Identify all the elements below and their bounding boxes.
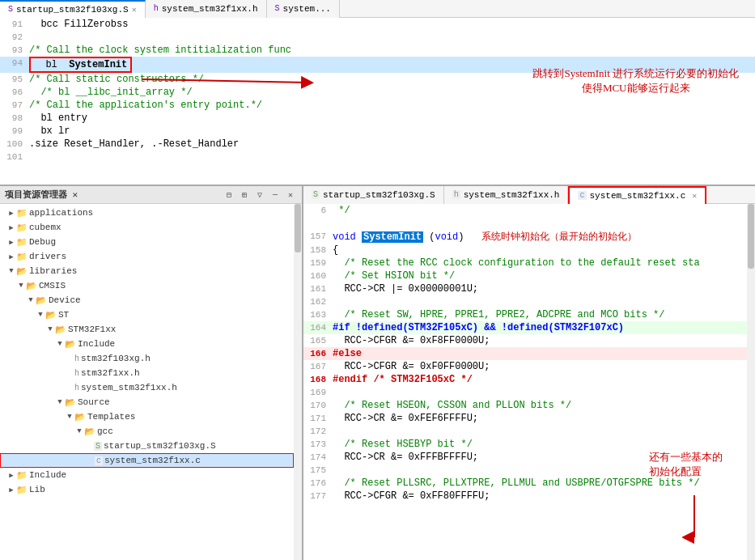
editor-scrollbar-thumb[interactable]	[748, 204, 754, 269]
panel-icon-collapse[interactable]: ⊟	[223, 189, 235, 202]
line-num-b6: 6	[303, 204, 333, 217]
code-line-b166: 166 #else	[303, 347, 755, 360]
tree-label-debug: Debug	[29, 237, 56, 247]
code-line-99: 99 bx lr	[0, 125, 755, 138]
tree-label-source: Source	[78, 397, 110, 407]
tree-label-cubemx: cubemx	[29, 223, 62, 232]
line-num-92: 92	[0, 31, 29, 44]
tree-toggle-drivers[interactable]: ▶	[6, 252, 16, 261]
editor-scrollbar[interactable]	[747, 204, 755, 560]
code-line-93: 93 /* Call the clock system intitializat…	[0, 44, 755, 57]
tree-toggle-source[interactable]: ▼	[55, 398, 65, 406]
tab-startup-s[interactable]: S startup_stm32f103xg.S ✕	[0, 0, 146, 18]
folder-icon-applications: 📁	[16, 208, 28, 218]
tree-item-system-stm32f1xx-h[interactable]: h system_stm32f1xx.h	[0, 380, 294, 395]
tree-item-device[interactable]: ▼ 📂 Device	[0, 293, 294, 308]
tree-item-startup-s[interactable]: S startup_stm32f103xg.S	[0, 439, 294, 453]
panel-icon-close[interactable]: ✕	[284, 189, 297, 202]
folder-icon-cubemx: 📁	[16, 223, 28, 233]
folder-icon-libraries: 📂	[16, 266, 28, 277]
tree-toggle-include[interactable]: ▼	[55, 340, 65, 348]
bottom-tab-bar: S startup_stm32f103xg.S h system_stm32f1…	[303, 186, 755, 204]
panel-icon-expand[interactable]: ⊞	[238, 189, 251, 202]
line-content-99: bx lr	[29, 125, 70, 138]
line-num-95: 95	[0, 73, 29, 86]
line-content-96: /* bl __libc_init_array */	[29, 86, 193, 99]
tree-item-libraries[interactable]: ▼ 📂 libraries	[0, 264, 294, 278]
tree-item-cubemx[interactable]: ▶ 📁 cubemx	[0, 220, 294, 235]
tree-toggle-cmsis[interactable]: ▼	[16, 282, 26, 290]
code-line-98: 98 bl entry	[0, 112, 755, 125]
tree-toggle-cubemx[interactable]: ▶	[6, 223, 16, 232]
tree-item-stm32f1xx-h[interactable]: h stm32f1xx.h	[0, 366, 294, 380]
panel-icon-dash[interactable]: —	[269, 189, 282, 202]
folder-icon-stm32f1xx: 📂	[55, 325, 66, 335]
tree-toggle-lib[interactable]: ▶	[6, 486, 16, 494]
tree-toggle-templates[interactable]: ▼	[65, 413, 74, 421]
tree-item-st[interactable]: ▼ 📂 ST	[0, 308, 294, 322]
file-icon-stm32f1xx-h: h	[74, 369, 79, 378]
project-panel: 项目资源管理器 ✕ ⊟ ⊞ ▽ — ✕ ▶ 📁 applications	[0, 186, 303, 560]
tab-bottom-startup-s[interactable]: S startup_stm32f103xg.S	[303, 186, 444, 204]
tab-system-partial[interactable]: S system...	[267, 0, 340, 18]
file-icon-stm32f103xg-h: h	[74, 354, 79, 363]
line-num-94: 94	[0, 57, 29, 73]
code-line-b169: 169	[303, 386, 755, 399]
line-num-b164: 164	[303, 321, 333, 334]
tree-item-lib[interactable]: ▶ 📁 Lib	[0, 482, 294, 497]
tree-label-applications: applications	[29, 208, 93, 218]
tree-toggle-st[interactable]: ▼	[36, 311, 45, 319]
top-editor: S startup_stm32f103xg.S ✕ h system_stm32…	[0, 0, 755, 186]
code-line-91: 91 bcc FillZerobss	[0, 18, 755, 31]
tab-system-h[interactable]: h system_stm32f1xx.h	[146, 0, 267, 18]
line-num-b161: 161	[303, 282, 333, 295]
tab-bottom-system-c[interactable]: c system_stm32f1xx.c ✕	[568, 186, 706, 204]
tab-startup-s-close[interactable]: ✕	[132, 5, 137, 15]
tree-item-include2[interactable]: ▶ 📁 Include	[0, 468, 294, 482]
tree-toggle-libraries[interactable]: ▼	[6, 267, 16, 275]
tree-toggle-gcc[interactable]: ▼	[74, 427, 84, 435]
top-tab-bar: S startup_stm32f103xg.S ✕ h system_stm32…	[0, 0, 755, 18]
tree-toggle-stm32f1xx[interactable]: ▼	[45, 325, 55, 333]
tree-item-gcc[interactable]: ▼ 📂 gcc	[0, 424, 294, 439]
code-line-101: 101	[0, 151, 755, 163]
tree-item-templates[interactable]: ▼ 📂 Templates	[0, 409, 294, 424]
tree-toggle-include2[interactable]: ▶	[6, 471, 16, 480]
tree-item-applications[interactable]: ▶ 📁 applications	[0, 206, 294, 220]
line-num-99: 99	[0, 125, 29, 138]
tab-bottom-startup-s-label: startup_stm32f103xg.S	[323, 190, 435, 200]
code-line-b161: 161 RCC->CR |= 0x00000001U;	[303, 282, 755, 295]
line-num-98: 98	[0, 112, 29, 125]
tree-label-stm32f103xg-h: stm32f103xg.h	[81, 354, 151, 363]
line-content-b168: #endif /* STM32F105xC */	[333, 373, 473, 386]
tree-scrollbar[interactable]	[294, 204, 302, 560]
tree-item-source[interactable]: ▼ 📂 Source	[0, 395, 294, 409]
line-content-b167: RCC->CFGR &= 0xF0FF0000U;	[333, 360, 490, 373]
tab-bottom-system-c-close[interactable]: ✕	[692, 191, 697, 201]
tree-item-drivers[interactable]: ▶ 📁 drivers	[0, 249, 294, 264]
tree-item-cmsis[interactable]: ▼ 📂 CMSIS	[0, 278, 294, 293]
file-h-icon: h	[154, 4, 159, 13]
panel-icon-minimize[interactable]: ▽	[253, 189, 266, 202]
tree-label-libraries: libraries	[29, 266, 77, 276]
tree-label-cmsis: CMSIS	[39, 281, 66, 291]
tree-area: ▶ 📁 applications ▶ 📁 cubemx ▶ 📁 Debug	[0, 204, 294, 560]
code-line-b172: 172	[303, 425, 755, 438]
line-content-100: .size Reset_Handler, .-Reset_Handler	[29, 138, 239, 151]
tree-scrollbar-thumb[interactable]	[295, 204, 301, 252]
tree-label-system-h: system_stm32f1xx.h	[81, 383, 177, 392]
tree-item-stm32f103xg-h[interactable]: h stm32f103xg.h	[0, 351, 294, 366]
code-line-94: 94 bl SystemInit	[0, 57, 755, 73]
tree-toggle-debug[interactable]: ▶	[6, 238, 16, 247]
tab-bottom-system-h[interactable]: h system_stm32f1xx.h	[444, 186, 569, 204]
tree-item-include[interactable]: ▼ 📂 Include	[0, 337, 294, 351]
tree-label-drivers: drivers	[29, 252, 66, 261]
line-num-100: 100	[0, 138, 29, 151]
tree-toggle-applications[interactable]: ▶	[6, 209, 16, 218]
tree-item-debug[interactable]: ▶ 📁 Debug	[0, 235, 294, 249]
tab-bottom-system-c-label: system_stm32f1xx.c	[590, 191, 686, 201]
tree-item-stm32f1xx[interactable]: ▼ 📂 STM32F1xx	[0, 322, 294, 337]
tree-toggle-device[interactable]: ▼	[26, 296, 36, 304]
tree-item-system-c[interactable]: c system_stm32f1xx.c	[0, 453, 294, 468]
code-line-96: 96 /* bl __libc_init_array */	[0, 86, 755, 99]
